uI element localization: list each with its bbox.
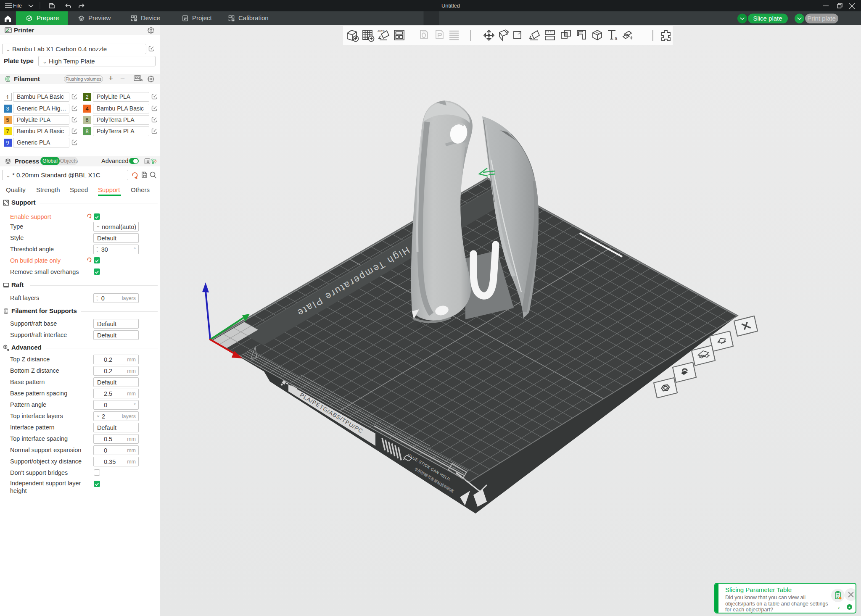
- svg-text:Untitled: Untitled: [441, 3, 460, 9]
- svg-text:Preview: Preview: [88, 14, 111, 21]
- svg-text:a: a: [615, 36, 618, 41]
- svg-text:Print plate: Print plate: [807, 15, 836, 22]
- svg-text:Calibration: Calibration: [238, 14, 269, 21]
- svg-text:Device: Device: [141, 14, 160, 21]
- svg-text:Project: Project: [192, 14, 212, 21]
- svg-text:Prepare: Prepare: [37, 14, 59, 21]
- svg-text:Slice plate: Slice plate: [753, 15, 782, 22]
- svg-text:AUTO: AUTO: [378, 30, 385, 32]
- svg-text:File: File: [13, 3, 22, 9]
